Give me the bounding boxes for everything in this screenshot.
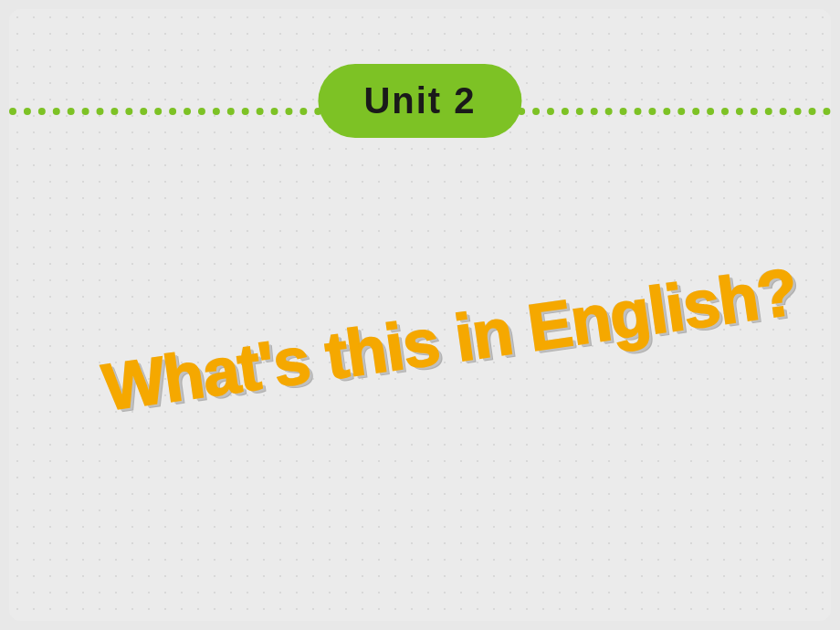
main-text-container: What's this in English? [99, 264, 741, 425]
unit-badge-text: Unit 2 [363, 80, 476, 121]
unit-badge: Unit 2 [318, 64, 521, 138]
main-subtitle-text: What's this in English? [99, 255, 802, 425]
slide-container: Unit 2 What's this in English? [9, 9, 831, 621]
